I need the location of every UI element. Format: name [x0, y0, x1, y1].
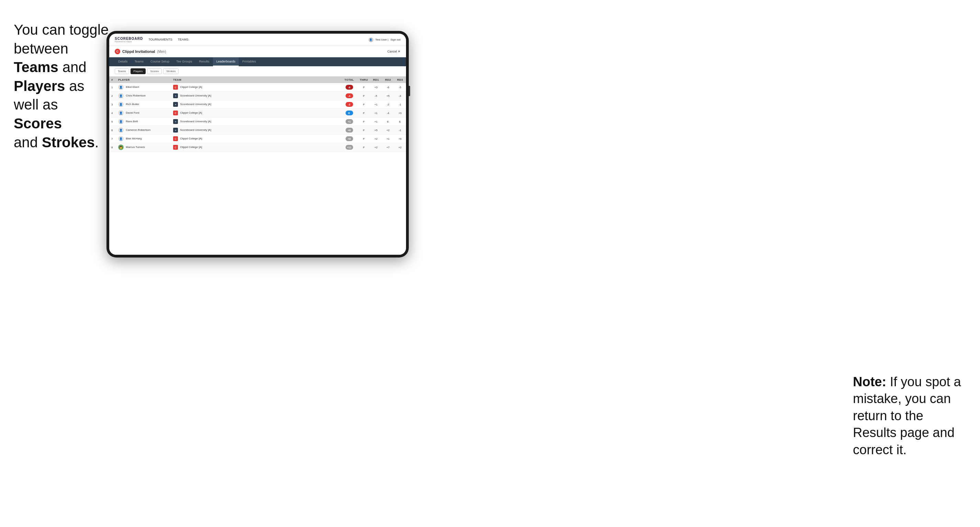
table-row: 1 👤 Elliot Ebert C Clippd College [A] -8…	[109, 83, 406, 92]
subtab-teams[interactable]: Teams	[115, 68, 129, 74]
player-total: +8	[341, 135, 358, 143]
team-logo: ≡	[173, 102, 178, 107]
tab-details[interactable]: Details	[115, 57, 131, 66]
team-logo: ≡	[173, 119, 178, 124]
player-rd2: -6	[382, 83, 394, 92]
tablet-side-button	[409, 86, 410, 96]
tournament-logo: C	[115, 49, 120, 54]
col-team: TEAM	[171, 76, 341, 83]
table-header: # PLAYER TEAM TOTAL THRU RD1 RD2 RD3	[109, 76, 406, 83]
player-team: ≡ Scoreboard University [A]	[171, 92, 341, 100]
user-label: Test User |	[375, 38, 388, 41]
scoreboard-logo: SCOREBOARD Powered by clippd	[115, 37, 143, 43]
team-logo: C	[173, 145, 178, 150]
leaderboard-table: # PLAYER TEAM TOTAL THRU RD1 RD2 RD3 1 👤…	[109, 76, 406, 255]
team-logo: C	[173, 111, 178, 115]
player-thru: F	[358, 126, 370, 135]
players-bold: Players	[14, 78, 65, 94]
score-badge: E	[345, 111, 353, 115]
player-team: C Clippd College [A]	[171, 143, 341, 152]
player-team: C Clippd College [A]	[171, 135, 341, 143]
player-rd3: -1	[394, 100, 406, 109]
player-avatar: 👤	[118, 110, 124, 116]
player-rd3: +6	[394, 135, 406, 143]
table-row: 2 👤 Chris Robertson ≡ Scoreboard Univers…	[109, 92, 406, 100]
player-team: ≡ Scoreboard University [A]	[171, 100, 341, 109]
subtab-scores[interactable]: Scores	[147, 68, 162, 74]
note-label: Note:	[853, 375, 890, 389]
table-row: 7 👤 Blair McHarg C Clippd College [A] +8…	[109, 135, 406, 143]
col-player: PLAYER	[116, 76, 171, 83]
strokes-bold: Strokes	[42, 134, 95, 150]
nav-user-area: 👤 Test User | Sign out	[369, 37, 401, 42]
player-rd3: -4	[394, 92, 406, 100]
nav-teams[interactable]: TEAMS	[178, 37, 189, 43]
player-rd2: +2	[382, 126, 394, 135]
tab-leaderboards[interactable]: Leaderboards	[213, 57, 239, 66]
player-total: +6	[341, 126, 358, 135]
player-team: C Clippd College [A]	[171, 83, 341, 92]
cancel-button[interactable]: Cancel ✕	[387, 50, 401, 53]
player-rd3: -1	[394, 126, 406, 135]
player-total: +11	[341, 143, 358, 152]
player-rd3: +2	[394, 143, 406, 152]
player-team: ≡ Scoreboard University [A]	[171, 117, 341, 126]
player-rank: 7	[109, 135, 116, 143]
player-name: 🧑 Marcus Turners	[116, 143, 171, 152]
player-rd2: +1	[382, 135, 394, 143]
tablet-frame: SCOREBOARD Powered by clippd TOURNAMENTS…	[107, 31, 409, 257]
player-total: -2	[341, 100, 358, 109]
player-name: 👤 Chris Robertson	[116, 92, 171, 100]
player-rd1: +5	[370, 126, 382, 135]
player-thru: F	[358, 83, 370, 92]
player-rd1: +1	[370, 109, 382, 117]
logo-subtitle: Powered by clippd	[115, 41, 143, 43]
team-logo: ≡	[173, 94, 178, 98]
player-name: 👤 Rich Butler	[116, 100, 171, 109]
player-rd1: +1	[370, 117, 382, 126]
player-avatar: 👤	[118, 84, 124, 90]
player-rd1: +2	[370, 143, 382, 152]
score-badge: -8	[345, 85, 353, 90]
player-total: +1	[341, 117, 358, 126]
player-thru: F	[358, 135, 370, 143]
tab-printables[interactable]: Printables	[239, 57, 259, 66]
player-rank: 5	[109, 117, 116, 126]
subtab-players[interactable]: Players	[130, 68, 146, 74]
player-team: C Clippd College [A]	[171, 109, 341, 117]
tab-results[interactable]: Results	[196, 57, 213, 66]
col-rd3: RD3	[394, 76, 406, 83]
score-badge: +6	[345, 128, 353, 133]
player-thru: F	[358, 109, 370, 117]
player-thru: F	[358, 92, 370, 100]
left-annotation: You can toggle between Teams and Players…	[14, 21, 110, 152]
user-icon: 👤	[369, 37, 373, 42]
player-thru: F	[358, 117, 370, 126]
score-badge: +1	[345, 119, 353, 124]
col-total: TOTAL	[341, 76, 358, 83]
player-rank: 1	[109, 83, 116, 92]
nav-tournaments[interactable]: TOURNAMENTS	[148, 37, 172, 43]
tournament-title: C Clippd Invitational (Men)	[115, 49, 166, 54]
teams-bold: Teams	[14, 59, 58, 75]
signout-link[interactable]: Sign out	[391, 38, 401, 41]
team-logo: C	[173, 136, 178, 141]
scores-bold: Scores	[14, 115, 62, 132]
team-logo: ≡	[173, 128, 178, 133]
tablet-screen: SCOREBOARD Powered by clippd TOURNAMENTS…	[109, 33, 406, 255]
sub-tab-bar: Teams Players Scores Strokes	[109, 66, 406, 76]
player-rank: 6	[109, 126, 116, 135]
player-avatar: 👤	[118, 136, 124, 141]
player-rd1: -5	[370, 92, 382, 100]
subtab-strokes[interactable]: Strokes	[163, 68, 179, 74]
tab-teams[interactable]: Teams	[131, 57, 147, 66]
tab-course-setup[interactable]: Course Setup	[147, 57, 173, 66]
players-table: # PLAYER TEAM TOTAL THRU RD1 RD2 RD3 1 👤…	[109, 76, 406, 152]
player-rd2: +5	[382, 92, 394, 100]
col-rank: #	[109, 76, 116, 83]
tab-tee-groups[interactable]: Tee Groups	[173, 57, 196, 66]
table-row: 5 👤 Rees Britt ≡ Scoreboard University […	[109, 117, 406, 126]
player-thru: F	[358, 143, 370, 152]
top-nav: SCOREBOARD Powered by clippd TOURNAMENTS…	[109, 33, 406, 46]
player-total: -8	[341, 83, 358, 92]
